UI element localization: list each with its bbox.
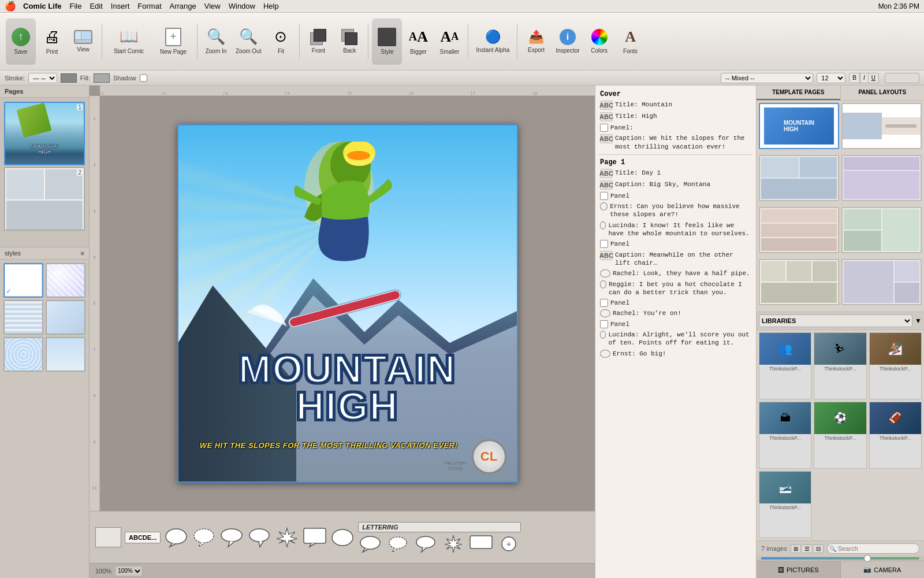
outline-text-7[interactable]: Panel xyxy=(610,192,629,200)
menu-window[interactable]: Window xyxy=(229,2,255,10)
img-thumb-1[interactable]: 👥 ThinkstockP... xyxy=(759,332,811,399)
inspector-button[interactable]: i Inspector xyxy=(552,18,583,65)
outline-checkbox-10[interactable] xyxy=(600,240,608,248)
outline-text-13[interactable]: Reggie: I bet you a hot chocolate I can … xyxy=(609,280,751,297)
text-abcde-item[interactable]: ABCDE... xyxy=(125,532,161,543)
template-thumb-1[interactable]: MOUNTAINHIGH xyxy=(759,103,839,149)
fill-color-swatch[interactable] xyxy=(94,73,110,83)
stroke-style-select[interactable]: — — xyxy=(28,73,57,83)
outline-bubble-8[interactable] xyxy=(600,202,608,210)
font-family-select[interactable]: -- Mixed -- xyxy=(721,73,813,83)
logo-circle[interactable]: CL xyxy=(472,439,506,474)
export-button[interactable]: 📤 Export xyxy=(521,18,551,65)
smaller-button[interactable]: AA Smaller xyxy=(434,18,464,65)
bubble-oval-2[interactable] xyxy=(192,527,216,548)
comic-subtitle-box[interactable]: WE HIT THE SLOPES FOR THE MOST THRILLING… xyxy=(189,441,469,451)
outline-text-1[interactable]: Title: High xyxy=(615,112,657,120)
outline-checkbox-2[interactable] xyxy=(600,124,608,132)
outline-text-6[interactable]: Caption: Big Sky, Montana xyxy=(615,180,710,188)
underline-button[interactable]: U xyxy=(869,73,879,83)
bubble-oval-4[interactable] xyxy=(247,527,271,548)
outline-bubble-9[interactable] xyxy=(600,221,606,229)
template-thumb-7[interactable] xyxy=(759,259,839,305)
outline-text-12[interactable]: Rachel: Look, they have a half pipe. xyxy=(613,269,750,277)
style-item-3[interactable] xyxy=(3,300,43,335)
grid-view-button[interactable]: ⊞ xyxy=(791,544,801,553)
start-comic-button[interactable]: 📖 Start Comic xyxy=(106,18,152,65)
bubble-oval-5[interactable] xyxy=(330,527,355,548)
img-thumb-3[interactable]: 🏂 ThinkstockP... xyxy=(869,332,922,399)
front-button[interactable]: Front xyxy=(303,18,333,65)
search-input[interactable] xyxy=(827,543,919,554)
outline-text-10[interactable]: Panel xyxy=(610,240,629,248)
styles-collapse-icon[interactable]: ≡ xyxy=(81,250,84,257)
style-button[interactable]: Style xyxy=(372,18,402,65)
img-thumb-7[interactable]: 🎿 ThinkstockP... xyxy=(759,471,811,538)
tab-template-pages[interactable]: TEMPLATE PAGES xyxy=(757,86,840,100)
img-thumb-2[interactable]: ⛷ ThinkstockP... xyxy=(814,332,866,399)
color-slider[interactable] xyxy=(761,557,919,560)
bubble-starburst[interactable] xyxy=(275,527,299,548)
menu-arrange[interactable]: Arrange xyxy=(170,2,196,10)
outline-text-8[interactable]: Ernst: Can you believe how massive these… xyxy=(610,202,751,219)
pictures-button[interactable]: 🖼 PICTURES xyxy=(757,561,841,578)
canvas[interactable]: MOUNTAIN HIGH WE HIT THE SLOPES FOR THE … xyxy=(177,124,518,483)
instant-alpha-button[interactable]: 🔵 Instant Alpha xyxy=(472,18,513,65)
bubble-starburst-2[interactable] xyxy=(441,535,465,553)
detail-view-button[interactable]: ⊟ xyxy=(814,544,824,553)
comic-title-box[interactable]: MOUNTAIN HIGH xyxy=(189,350,506,425)
list-view-button[interactable]: ☰ xyxy=(802,544,813,553)
bubble-rect-1[interactable] xyxy=(303,527,327,548)
template-thumb-4[interactable] xyxy=(841,155,922,201)
menu-edit[interactable]: Edit xyxy=(90,2,102,10)
libraries-select[interactable]: LIBRARIES xyxy=(759,314,912,327)
menu-view[interactable]: View xyxy=(204,2,221,10)
outline-checkbox-14[interactable] xyxy=(600,299,608,307)
stroke-color-swatch[interactable] xyxy=(61,73,77,83)
bubble-rect-2[interactable] xyxy=(469,535,493,553)
menu-format[interactable]: Format xyxy=(137,2,161,10)
style-item-6[interactable] xyxy=(46,337,85,372)
outline-text-17[interactable]: Lucinda: Alright, we'll score you out of… xyxy=(608,331,751,347)
img-thumb-5[interactable]: ⚽ ThinkstockP... xyxy=(814,402,866,469)
shadow-checkbox[interactable] xyxy=(140,73,147,83)
bubble-oval-3[interactable] xyxy=(219,527,244,548)
template-thumb-8[interactable] xyxy=(841,259,922,305)
text-box-item[interactable] xyxy=(95,527,121,547)
outline-text-18[interactable]: Ernst: Go big! xyxy=(613,350,666,358)
lettering-item[interactable]: LETTERING xyxy=(358,522,521,532)
outline-bubble-12[interactable] xyxy=(600,269,610,277)
text-color-bar[interactable] xyxy=(885,73,919,83)
page-thumb-1[interactable]: MOUNTAIN HIGH 1 xyxy=(4,102,85,165)
libraries-dropdown-icon[interactable]: ▼ xyxy=(915,317,922,325)
save-button[interactable]: ↑ Save xyxy=(6,18,36,65)
template-thumb-3[interactable] xyxy=(759,155,839,201)
zoom-in-button[interactable]: 🔍 Zoom In xyxy=(201,18,231,65)
menu-file[interactable]: File xyxy=(69,2,81,10)
bigger-button[interactable]: AA Bigger xyxy=(403,18,433,65)
outline-text-11[interactable]: Caption: Meanwhile on the other lift cha… xyxy=(615,251,751,268)
colors-button[interactable]: Colors xyxy=(584,18,614,65)
bubble-small-1[interactable] xyxy=(358,535,382,553)
style-item-4[interactable] xyxy=(46,300,85,335)
zoom-select[interactable]: 100%75%50%150% xyxy=(115,566,143,576)
zoom-out-button[interactable]: 🔍 Zoom Out xyxy=(232,18,264,65)
outline-bubble-17[interactable] xyxy=(600,331,606,339)
fit-button[interactable]: ⊙ Fit xyxy=(266,18,296,65)
outline-bubble-13[interactable] xyxy=(600,280,606,288)
back-button[interactable]: Back xyxy=(334,18,364,65)
template-thumb-2[interactable] xyxy=(841,103,922,149)
style-item-2[interactable] xyxy=(46,263,85,298)
template-thumb-6[interactable] xyxy=(841,207,922,253)
menu-help[interactable]: Help xyxy=(263,2,279,10)
fonts-button[interactable]: A Fonts xyxy=(616,18,646,65)
tab-panel-layouts[interactable]: PANEL LAYOUTS xyxy=(841,86,925,100)
outline-bubble-18[interactable] xyxy=(600,350,610,358)
bubble-small-3[interactable] xyxy=(413,535,438,553)
outline-bubble-15[interactable] xyxy=(600,309,610,317)
template-thumb-5[interactable] xyxy=(759,207,839,253)
img-thumb-6[interactable]: 🏈 ThinkstockP... xyxy=(869,402,922,469)
outline-text-5[interactable]: Title: Day 1 xyxy=(615,169,661,177)
color-slider-thumb[interactable] xyxy=(864,555,871,562)
outline-text-16[interactable]: Panel xyxy=(610,320,629,328)
